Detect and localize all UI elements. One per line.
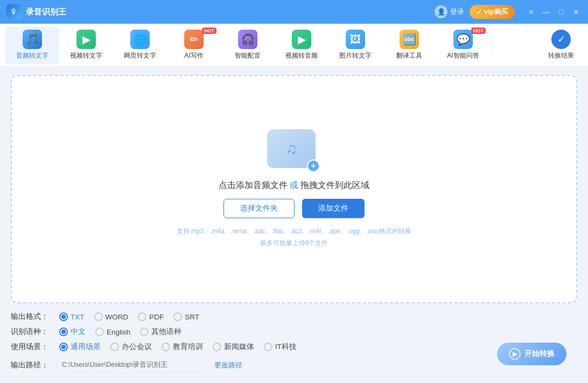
nav-label-video-audio: 视频转音频 xyxy=(285,51,318,60)
ai-qa-icon: 💬 xyxy=(453,30,473,49)
nav-bar: 🎵 音频转文字 ▶ 视频转文字 🌐 网页转文字 HOT ✏ AI写作 🎧 智能配… xyxy=(0,24,588,67)
titlebar-right: 👤 登录 ✓ vip购买 ≡ — □ ✕ xyxy=(435,5,582,19)
format-label: 输出格式： xyxy=(11,312,48,322)
nav-item-video-audio[interactable]: ▶ 视频转音频 xyxy=(275,26,328,64)
nav-label-img-to-text: 图片转文字 xyxy=(339,51,372,60)
format-txt-radio[interactable] xyxy=(59,312,68,321)
format-pdf-option[interactable]: PDF xyxy=(138,312,164,321)
video-audio-icon: ▶ xyxy=(292,30,311,49)
format-radio-group: TXT WORD PDF SRT xyxy=(59,312,199,321)
lang-other-radio[interactable] xyxy=(140,328,149,336)
video-to-text-icon: ▶ xyxy=(76,30,96,49)
drop-hint-line1: 支持.mp3、.m4a、.wma、.aac、.flac、.ac3、.m4r、.a… xyxy=(177,226,412,238)
nav-result-button[interactable]: ✓ 转换结果 xyxy=(540,26,583,64)
lang-en-option[interactable]: English xyxy=(95,328,130,336)
scene-radio-group: 通用场景 办公会议 教育培训 新闻媒体 IT科技 xyxy=(59,342,297,352)
scene-media-option[interactable]: 新闻媒体 xyxy=(213,342,254,352)
nav-item-img-to-text[interactable]: 🖼 图片转文字 xyxy=(328,26,382,64)
web-to-text-icon: 🌐 xyxy=(130,30,150,49)
nav-item-ai-qa[interactable]: HOT 💬 AI智能问答 xyxy=(436,26,490,64)
ai-write-icon: ✏ xyxy=(184,30,204,49)
format-word-option[interactable]: WORD xyxy=(94,312,129,321)
login-button[interactable]: 👤 登录 xyxy=(435,5,464,18)
start-btn-label: 开始转换 xyxy=(524,349,555,359)
titlebar-left: 🎙 录音识别王 xyxy=(6,4,66,19)
scene-meeting-label: 办公会议 xyxy=(122,342,152,352)
format-word-label: WORD xyxy=(106,313,129,321)
nav-item-video-to-text[interactable]: ▶ 视频转文字 xyxy=(59,26,113,64)
vip-button[interactable]: ✓ vip购买 xyxy=(470,5,515,19)
drop-icon: ♫ + xyxy=(267,129,321,172)
scene-meeting-option[interactable]: 办公会议 xyxy=(110,342,152,352)
drop-link-text: 或 xyxy=(290,180,298,190)
music-note-icon: ♫ xyxy=(286,140,297,157)
scene-edu-radio[interactable] xyxy=(162,343,170,351)
lang-zh-option[interactable]: 中文 xyxy=(59,327,86,337)
scene-meeting-radio[interactable] xyxy=(110,343,119,351)
lang-en-label: English xyxy=(107,328,130,336)
nav-label-translate: 翻译工具 xyxy=(396,51,422,60)
scene-edu-option[interactable]: 教育培训 xyxy=(162,342,203,352)
format-srt-radio[interactable] xyxy=(173,312,182,321)
nav-item-translate[interactable]: 🔤 翻译工具 xyxy=(382,26,436,64)
scene-edu-label: 教育培训 xyxy=(173,342,203,352)
lang-other-label: 其他语种 xyxy=(151,327,181,337)
login-label: 登录 xyxy=(450,7,464,17)
add-circle-icon: + xyxy=(307,159,320,172)
drop-zone[interactable]: ♫ + 点击添加音频文件 或 拖拽文件到此区域 选择文件夹 添加文件 支持.mp… xyxy=(11,75,577,303)
nav-item-smart-dub[interactable]: 🎧 智能配音 xyxy=(221,26,275,64)
format-srt-label: SRT xyxy=(185,313,199,321)
lang-row: 识别语种： 中文 English 其他语种 xyxy=(11,327,577,337)
format-pdf-label: PDF xyxy=(149,313,164,321)
nav-label-audio-to-text: 音频转文字 xyxy=(16,51,48,60)
scene-media-label: 新闻媒体 xyxy=(224,342,254,352)
drop-hint-line2: 最多可批量上传8个文件 xyxy=(177,238,412,249)
nav-item-web-to-text[interactable]: 🌐 网页转文字 xyxy=(113,26,167,64)
maximize-button[interactable]: □ xyxy=(556,6,566,17)
lang-zh-label: 中文 xyxy=(71,327,86,337)
scene-it-option[interactable]: IT科技 xyxy=(264,342,297,352)
scene-it-label: IT科技 xyxy=(275,342,297,352)
change-path-link[interactable]: 更改路径 xyxy=(214,360,242,370)
format-word-radio[interactable] xyxy=(94,312,103,321)
scene-label: 使用场景： xyxy=(11,342,48,352)
format-pdf-radio[interactable] xyxy=(138,312,146,321)
select-folder-button[interactable]: 选择文件夹 xyxy=(223,199,295,218)
start-convert-button[interactable]: ▶ 开始转换 xyxy=(497,343,566,365)
start-play-icon: ▶ xyxy=(509,348,521,360)
add-file-button[interactable]: 添加文件 xyxy=(302,199,365,218)
scene-media-radio[interactable] xyxy=(213,343,221,351)
translate-icon: 🔤 xyxy=(400,30,419,49)
app-title: 录音识别王 xyxy=(26,7,66,17)
nav-item-audio-to-text[interactable]: 🎵 音频转文字 xyxy=(5,26,59,64)
img-to-text-icon: 🖼 xyxy=(346,30,365,49)
lang-other-option[interactable]: 其他语种 xyxy=(140,327,181,337)
lang-en-radio[interactable] xyxy=(95,328,104,336)
nav-label-video-to-text: 视频转文字 xyxy=(70,51,102,60)
titlebar: 🎙 录音识别王 👤 登录 ✓ vip购买 ≡ — □ ✕ xyxy=(0,0,588,24)
nav-label-result: 转换结果 xyxy=(548,51,574,60)
menu-button[interactable]: ≡ xyxy=(526,6,536,17)
music-card: ♫ + xyxy=(267,129,316,168)
hot-badge-ai-qa: HOT xyxy=(471,27,486,34)
hot-badge-ai-write: HOT xyxy=(202,27,216,34)
close-button[interactable]: ✕ xyxy=(571,6,582,17)
nav-separator xyxy=(492,34,493,56)
lang-radio-group: 中文 English 其他语种 xyxy=(59,327,181,337)
scene-it-radio[interactable] xyxy=(264,343,272,351)
drop-prompt-text: 点击添加音频文件 或 拖拽文件到此区域 xyxy=(219,180,370,191)
lang-zh-radio[interactable] xyxy=(59,328,68,336)
path-row: 输出路径： C:\Users\User\Desktop\录音识别王 更改路径 xyxy=(11,357,577,373)
settings-panel: 输出格式： TXT WORD PDF SRT xyxy=(11,310,577,375)
nav-label-web-to-text: 网页转文字 xyxy=(124,51,156,60)
scene-general-radio[interactable] xyxy=(59,343,68,351)
format-txt-option[interactable]: TXT xyxy=(59,312,85,321)
scene-general-option[interactable]: 通用场景 xyxy=(59,342,101,352)
nav-item-ai-write[interactable]: HOT ✏ AI写作 xyxy=(167,26,221,64)
minimize-button[interactable]: — xyxy=(541,6,551,17)
lang-label: 识别语种： xyxy=(11,327,48,337)
nav-label-smart-dub: 智能配音 xyxy=(235,51,261,60)
path-input[interactable]: C:\Users\User\Desktop\录音识别王 xyxy=(56,357,207,373)
format-row: 输出格式： TXT WORD PDF SRT xyxy=(11,312,577,322)
format-srt-option[interactable]: SRT xyxy=(173,312,199,321)
